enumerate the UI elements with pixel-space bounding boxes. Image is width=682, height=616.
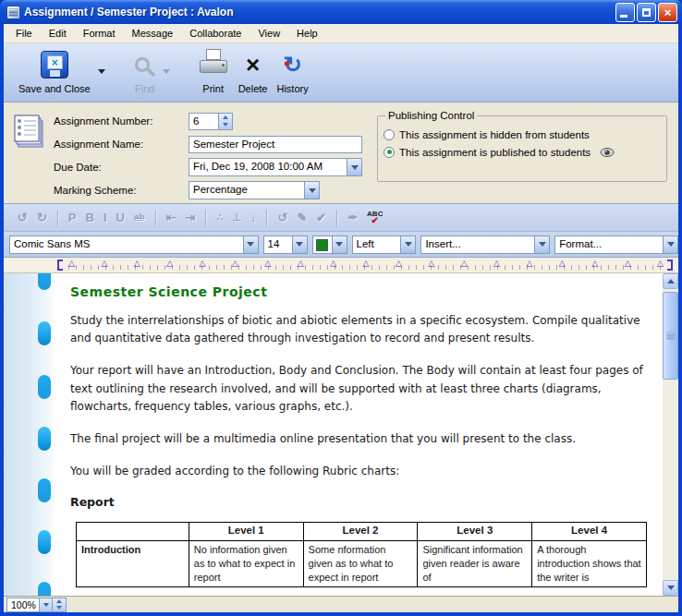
- bold-icon[interactable]: B: [85, 211, 93, 224]
- tab-marker-icon[interactable]: △: [657, 259, 664, 269]
- margin-right-icon[interactable]: [667, 260, 673, 271]
- tab-marker-icon[interactable]: △: [461, 259, 468, 269]
- menu-item-format[interactable]: Format: [75, 26, 124, 41]
- menu-item-help[interactable]: Help: [288, 26, 326, 41]
- tab-marker-icon[interactable]: △: [264, 259, 271, 269]
- tab-marker-icon[interactable]: △: [396, 259, 402, 269]
- tab-marker-icon[interactable]: △: [559, 259, 566, 269]
- doc-paragraph: Study the interrelationships of biotic a…: [70, 312, 652, 347]
- revert-icon[interactable]: ↺: [277, 211, 287, 224]
- table-cell: Some nformation given as to what to expe…: [303, 541, 418, 587]
- window-icon: [6, 6, 20, 19]
- strikethrough-icon[interactable]: ab: [134, 212, 145, 223]
- tab-marker-icon[interactable]: △: [101, 259, 107, 269]
- format-select[interactable]: Format...: [554, 236, 678, 254]
- chevron-down-icon[interactable]: [347, 159, 361, 175]
- publishing-control-title: Publishing Control: [385, 110, 477, 121]
- menu-item-view[interactable]: View: [250, 26, 288, 41]
- menu-item-message[interactable]: Message: [124, 26, 182, 41]
- undo-icon[interactable]: ↺: [18, 211, 28, 224]
- redo-icon[interactable]: ↻: [37, 211, 47, 224]
- binding-hole-icon: [38, 427, 51, 451]
- chevron-down-icon[interactable]: [243, 236, 258, 253]
- scroll-track[interactable]: [663, 289, 678, 580]
- approve-icon[interactable]: ✔: [316, 211, 326, 224]
- chevron-down-icon[interactable]: [292, 236, 307, 253]
- color-swatch-icon: [316, 239, 328, 251]
- font-toolbar: Comic Sans MS 14 Left Insert... Format..…: [4, 232, 678, 258]
- tab-marker-icon[interactable]: △: [428, 259, 434, 269]
- print-button[interactable]: Print: [200, 49, 227, 94]
- insert-select[interactable]: Insert...: [420, 236, 550, 254]
- menu-item-file[interactable]: File: [7, 26, 41, 41]
- tab-marker-icon[interactable]: △: [493, 259, 500, 269]
- tab-marker-icon[interactable]: △: [200, 259, 206, 269]
- published-radio[interactable]: [384, 147, 395, 158]
- move-down-icon[interactable]: ↓: [250, 211, 257, 224]
- font-size-select[interactable]: 14: [263, 236, 308, 254]
- tab-marker-icon[interactable]: △: [330, 259, 336, 269]
- chevron-down-icon[interactable]: [40, 598, 53, 612]
- italic-icon[interactable]: I: [104, 211, 107, 224]
- tab-marker-icon[interactable]: △: [526, 259, 532, 269]
- ruler[interactable]: △ △ △ △ △ △ △ △ △ △ △ △ △ △ △ △ △ △ △: [4, 258, 678, 273]
- document-editor[interactable]: Semester Science Project Study the inter…: [55, 273, 663, 596]
- signature-icon[interactable]: ✒: [347, 211, 358, 224]
- published-option[interactable]: This assignment is published to students: [384, 143, 661, 161]
- assignment-name-input[interactable]: Semester Project: [189, 136, 362, 153]
- save-and-close-button[interactable]: × Save and Close: [18, 49, 91, 94]
- scroll-thumb[interactable]: [663, 292, 678, 380]
- doc-paragraph: Your report will have an Introduction, B…: [70, 362, 652, 416]
- chevron-down-icon[interactable]: [534, 236, 549, 253]
- number-stepper[interactable]: [219, 113, 233, 130]
- menu-item-collaborate[interactable]: Collaborate: [181, 26, 250, 41]
- assignment-icon: [13, 114, 48, 151]
- menu-item-edit[interactable]: Edit: [41, 26, 75, 41]
- assignment-number-input[interactable]: 6: [189, 113, 233, 130]
- minimize-icon: [620, 15, 627, 18]
- tab-marker-icon[interactable]: △: [625, 259, 631, 269]
- underline-icon[interactable]: U: [116, 211, 125, 224]
- tab-marker-icon[interactable]: △: [298, 259, 304, 269]
- hidden-option[interactable]: This assignment is hidden from students: [384, 126, 661, 143]
- maximize-button[interactable]: [637, 3, 656, 22]
- chevron-down-icon[interactable]: [332, 236, 347, 253]
- tab-marker-icon[interactable]: △: [134, 259, 140, 269]
- save-dropdown-arrow-icon[interactable]: [98, 69, 105, 78]
- delete-button[interactable]: × Delete: [238, 49, 268, 94]
- tab-marker-icon[interactable]: △: [68, 259, 75, 269]
- zoom-stepper[interactable]: [53, 598, 67, 612]
- chevron-down-icon[interactable]: [304, 182, 319, 199]
- space-after-icon[interactable]: ⊥: [232, 211, 241, 223]
- due-date-select[interactable]: Fri, Dec 19, 2008 10:00 AM: [189, 158, 362, 176]
- publishing-control-group: Publishing Control This assignment is hi…: [377, 115, 667, 182]
- font-family-select[interactable]: Comic Sans MS: [9, 236, 259, 254]
- chevron-down-icon[interactable]: [663, 236, 677, 253]
- scroll-down-button[interactable]: [663, 580, 678, 596]
- save-icon: ×: [41, 51, 68, 79]
- tab-marker-icon[interactable]: △: [232, 259, 238, 269]
- spellcheck-icon[interactable]: ABC ✔: [367, 211, 383, 225]
- indent-icon[interactable]: ⇥: [185, 211, 195, 224]
- hidden-radio[interactable]: [384, 129, 395, 140]
- font-color-select[interactable]: [312, 236, 347, 254]
- vertical-scrollbar[interactable]: [663, 273, 678, 596]
- tab-marker-icon[interactable]: △: [591, 259, 598, 269]
- minimize-button[interactable]: [615, 3, 635, 22]
- history-button[interactable]: ↻ History: [276, 49, 308, 94]
- margin-left-icon[interactable]: [57, 260, 63, 271]
- plain-text-icon[interactable]: P: [68, 211, 77, 224]
- chevron-down-icon[interactable]: [400, 236, 415, 253]
- scroll-up-button[interactable]: [663, 273, 678, 289]
- space-before-icon[interactable]: ∴: [216, 211, 223, 223]
- tab-marker-icon[interactable]: △: [166, 259, 173, 269]
- tab-marker-icon[interactable]: △: [363, 259, 370, 269]
- zoom-select[interactable]: 100%: [6, 598, 67, 612]
- find-button[interactable]: Find: [135, 49, 155, 94]
- marking-scheme-select[interactable]: Percentage: [189, 181, 320, 199]
- align-select[interactable]: Left: [352, 236, 417, 254]
- outdent-icon[interactable]: ⇤: [166, 211, 177, 224]
- close-button[interactable]: ×: [658, 3, 677, 22]
- draw-icon[interactable]: ✎: [297, 211, 307, 224]
- binding-hole-icon: [38, 582, 51, 596]
